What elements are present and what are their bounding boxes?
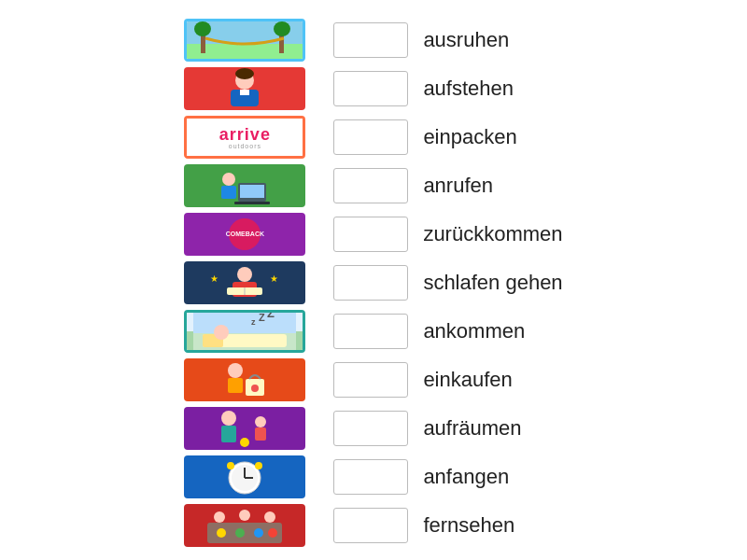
drop-box-3[interactable]	[333, 168, 408, 203]
svg-rect-24	[193, 310, 296, 333]
word-label-0: ausruhen	[423, 28, 509, 52]
comeback-image: COME BACK	[184, 213, 305, 256]
svg-text:Z: Z	[267, 310, 275, 320]
word-label-8: aufräumen	[423, 416, 521, 441]
svg-point-58	[264, 511, 275, 523]
card-hammock[interactable]	[184, 19, 305, 62]
word-label-6: ankommen	[423, 319, 525, 343]
main-container: arrive outdoors	[184, 19, 562, 547]
word-label-4: zurückkommen	[423, 222, 562, 246]
svg-text:★: ★	[270, 273, 278, 284]
svg-point-18	[237, 267, 252, 282]
svg-point-52	[217, 528, 226, 538]
clock-image	[184, 455, 305, 498]
svg-point-3	[194, 21, 211, 36]
word-row-3: anrufen	[333, 164, 562, 207]
svg-point-55	[268, 528, 277, 538]
svg-point-12	[222, 173, 235, 186]
card-arrive[interactable]: arrive outdoors	[184, 116, 305, 159]
word-row-4: zurückkommen	[333, 213, 562, 256]
word-row-1: aufstehen	[333, 67, 562, 110]
comeback-text-line1: COME	[226, 231, 246, 238]
hammock-image	[187, 21, 303, 59]
svg-point-40	[255, 416, 266, 427]
card-laptop[interactable]	[184, 164, 305, 207]
word-row-6: ankommen	[333, 310, 562, 353]
person-image	[184, 67, 305, 110]
drop-box-8[interactable]	[333, 411, 408, 446]
svg-point-54	[254, 528, 263, 538]
svg-rect-15	[240, 185, 264, 198]
drop-box-6[interactable]	[333, 314, 408, 349]
word-label-1: aufstehen	[423, 77, 514, 101]
word-row-8: aufräumen	[333, 407, 562, 450]
word-column: ausruhen aufstehen einpacken anrufen zur…	[333, 19, 562, 547]
svg-point-28	[214, 325, 229, 340]
svg-point-36	[251, 385, 259, 392]
card-person[interactable]	[184, 67, 305, 110]
drop-box-10[interactable]	[333, 508, 408, 543]
shopping-image	[184, 358, 305, 401]
word-label-10: fernsehen	[423, 513, 514, 538]
svg-rect-34	[228, 378, 243, 393]
svg-rect-39	[221, 426, 236, 442]
arrive-label: arrive	[219, 125, 271, 144]
card-shopping[interactable]	[184, 358, 305, 401]
arrive-sublabel: outdoors	[219, 143, 271, 149]
word-row-7: einkaufen	[333, 358, 562, 401]
svg-point-57	[239, 510, 250, 521]
word-row-0: ausruhen	[333, 19, 562, 62]
drop-box-4[interactable]	[333, 217, 408, 252]
drop-box-5[interactable]	[333, 265, 408, 301]
drop-box-0[interactable]	[333, 22, 408, 58]
word-row-5: schlafen gehen	[333, 261, 562, 304]
svg-point-42	[240, 438, 249, 447]
svg-rect-16	[234, 202, 270, 204]
svg-point-8	[235, 68, 254, 79]
svg-text:Z: Z	[259, 312, 265, 323]
drop-box-1[interactable]	[333, 71, 408, 106]
kids-image	[184, 407, 305, 450]
svg-rect-13	[221, 186, 236, 199]
card-clock[interactable]	[184, 455, 305, 498]
comeback-text-line2: BACK	[246, 231, 264, 238]
drop-box-7[interactable]	[333, 362, 408, 398]
card-kids[interactable]	[184, 407, 305, 450]
laptop-image	[184, 164, 305, 207]
svg-point-5	[274, 21, 290, 36]
word-row-2: einpacken	[333, 116, 562, 159]
card-book[interactable]: ★ ★	[184, 261, 305, 304]
svg-text:z: z	[251, 317, 256, 327]
comeback-circle: COME BACK	[229, 218, 261, 250]
card-board[interactable]	[184, 504, 305, 547]
drop-box-2[interactable]	[333, 119, 408, 155]
board-image	[184, 504, 305, 547]
word-label-2: einpacken	[423, 125, 516, 149]
word-label-7: einkaufen	[423, 368, 512, 392]
svg-point-53	[235, 528, 245, 538]
sleep-image: z Z Z	[187, 313, 303, 350]
card-sleep[interactable]: z Z Z	[184, 310, 305, 353]
book-image: ★ ★	[184, 261, 305, 304]
svg-rect-32	[193, 358, 296, 401]
svg-text:★: ★	[210, 273, 218, 284]
svg-point-56	[214, 511, 225, 523]
image-column: arrive outdoors	[184, 19, 305, 547]
drop-box-9[interactable]	[333, 459, 408, 495]
word-row-10: fernsehen	[333, 504, 562, 547]
svg-point-49	[255, 462, 262, 469]
svg-rect-41	[255, 427, 266, 441]
card-comeback[interactable]: COME BACK	[184, 213, 305, 256]
word-label-5: schlafen gehen	[423, 271, 562, 295]
svg-point-48	[227, 462, 234, 469]
svg-rect-10	[240, 90, 249, 95]
word-label-9: anfangen	[423, 465, 509, 489]
svg-point-33	[228, 363, 243, 378]
word-label-3: anrufen	[423, 174, 493, 198]
arrive-image: arrive outdoors	[187, 119, 303, 156]
svg-point-38	[221, 411, 236, 426]
word-row-9: anfangen	[333, 455, 562, 498]
